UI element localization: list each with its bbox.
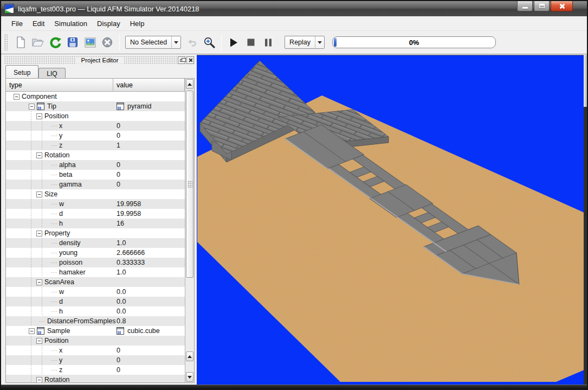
tree-expander[interactable]: [29, 104, 35, 110]
tree-row[interactable]: Position: [6, 111, 185, 121]
tree-label: Size: [44, 190, 57, 198]
tree-row[interactable]: ScanArea: [6, 277, 185, 287]
tree-row[interactable]: Size: [6, 189, 185, 199]
minimize-button[interactable]: [517, 1, 533, 11]
tab-liq[interactable]: LIQ: [38, 68, 65, 78]
tree-indent: [6, 272, 51, 273]
toolbar-drag-handle[interactable]: [4, 34, 8, 50]
pause-button[interactable]: [260, 34, 276, 50]
dock-close-button[interactable]: [186, 56, 194, 64]
tree-label: w: [59, 200, 64, 208]
tree-row[interactable]: DistanceFromSamples 0.8: [6, 316, 185, 326]
tree-row[interactable]: Tip pyramid: [6, 101, 185, 111]
tree-row[interactable]: young 2.666666: [6, 248, 185, 258]
combo-arrow[interactable]: [315, 36, 324, 48]
tree-row[interactable]: d 19.9958: [6, 209, 185, 219]
tree-row[interactable]: poisson 0.333333: [6, 258, 185, 267]
menu-display[interactable]: Display: [92, 17, 125, 30]
title-bar[interactable]: liqafm_test003.pro — Liquid AFM Simulato…: [1, 1, 587, 16]
scroll-up-button[interactable]: [186, 79, 193, 89]
menu-edit[interactable]: Edit: [28, 17, 49, 30]
save-button[interactable]: [64, 34, 81, 50]
combo-arrow[interactable]: [171, 36, 180, 48]
column-header-type[interactable]: type: [6, 79, 113, 92]
tree-row[interactable]: z 1: [6, 140, 185, 150]
3d-scene[interactable]: [197, 55, 584, 385]
app-window: liqafm_test003.pro — Liquid AFM Simulato…: [0, 0, 588, 390]
new-document-button[interactable]: [12, 34, 29, 50]
tree-row[interactable]: d 0.0: [6, 297, 185, 306]
refresh-button[interactable]: [47, 34, 63, 50]
tab-setup[interactable]: Setup: [5, 65, 38, 78]
tree-label: Rotation: [44, 376, 70, 382]
tree-row[interactable]: Component: [6, 92, 185, 101]
menu-file[interactable]: File: [7, 17, 28, 30]
image-export-button[interactable]: [82, 34, 98, 50]
column-header-value[interactable]: value: [113, 79, 185, 92]
tree-row[interactable]: density 1.0: [6, 238, 185, 248]
tree-row[interactable]: w 0.0: [6, 287, 185, 297]
tree-expander[interactable]: [36, 231, 42, 236]
menu-simulation[interactable]: Simulation: [49, 17, 92, 30]
cancel-button[interactable]: [99, 34, 115, 50]
tree-row[interactable]: x 0: [6, 346, 185, 355]
tree-row[interactable]: h 16: [6, 219, 185, 228]
zoom-in-button[interactable]: [201, 34, 217, 50]
image-icon: [85, 37, 96, 48]
dock-float-button[interactable]: [178, 56, 185, 64]
value-icon: [117, 327, 124, 335]
play-button[interactable]: [225, 34, 242, 50]
tree-row[interactable]: Property: [6, 228, 185, 238]
app-icon: [4, 4, 14, 14]
tree-row[interactable]: h 0.0: [6, 306, 185, 316]
tree-expander[interactable]: [14, 94, 20, 100]
tree-row[interactable]: w 19.9958: [6, 199, 185, 209]
tree-row[interactable]: Rotation: [6, 375, 185, 382]
tree-label: Property: [44, 229, 70, 237]
open-project-button[interactable]: [30, 34, 46, 50]
tree-expander[interactable]: [36, 279, 42, 285]
stop-button[interactable]: [243, 34, 259, 50]
tree-branch: [51, 223, 57, 224]
tree-row[interactable]: beta 0: [6, 170, 185, 180]
tree-row[interactable]: y 0: [6, 355, 185, 365]
tree-value: 0.0: [117, 288, 126, 296]
tree-expander[interactable]: [36, 191, 42, 197]
close-button[interactable]: [551, 1, 573, 11]
tree-row[interactable]: Rotation: [6, 150, 185, 160]
replay-combo[interactable]: Replay: [285, 36, 325, 49]
menu-help[interactable]: Help: [125, 17, 150, 30]
tree-row[interactable]: alpha 0: [6, 160, 185, 170]
tree-row[interactable]: x 0: [6, 121, 185, 131]
scrollbar-thumb[interactable]: [186, 91, 193, 278]
tree-expander[interactable]: [36, 152, 42, 158]
tree-row[interactable]: Sample cubic.cube: [6, 326, 185, 336]
tree-indent: [6, 370, 51, 370]
maximize-button[interactable]: [534, 1, 550, 11]
vertical-scrollbar[interactable]: [185, 79, 194, 382]
tree-row[interactable]: Position: [6, 336, 185, 346]
undo-button[interactable]: [184, 34, 200, 50]
tree-indent: [6, 360, 51, 361]
tree-expander[interactable]: [36, 377, 42, 383]
chevron-down-icon: [174, 41, 178, 44]
tree-expander[interactable]: [36, 338, 42, 344]
tree-row[interactable]: gamma 0: [6, 180, 185, 189]
tree-header: type value: [6, 79, 185, 92]
selection-combo[interactable]: No Selected: [125, 36, 181, 49]
tree-row[interactable]: y 0: [6, 131, 185, 140]
scroll-up-button-2[interactable]: [186, 351, 193, 361]
tree-expander[interactable]: [36, 113, 42, 119]
tree-indent: [6, 126, 51, 126]
scroll-down-button[interactable]: [186, 372, 193, 382]
tree-label: Sample: [47, 327, 70, 335]
tree-label: hamaker: [59, 268, 86, 276]
tree-row[interactable]: hamaker 1.0: [6, 267, 185, 277]
tree-expander[interactable]: [29, 328, 35, 334]
tree-indent: [6, 331, 29, 331]
3d-viewport[interactable]: [197, 55, 584, 385]
tree-indent: [6, 350, 51, 351]
tree-row[interactable]: z 0: [6, 365, 185, 375]
dock-title: Project Editor: [75, 57, 124, 63]
dock-title-bar[interactable]: Project Editor: [4, 56, 195, 65]
